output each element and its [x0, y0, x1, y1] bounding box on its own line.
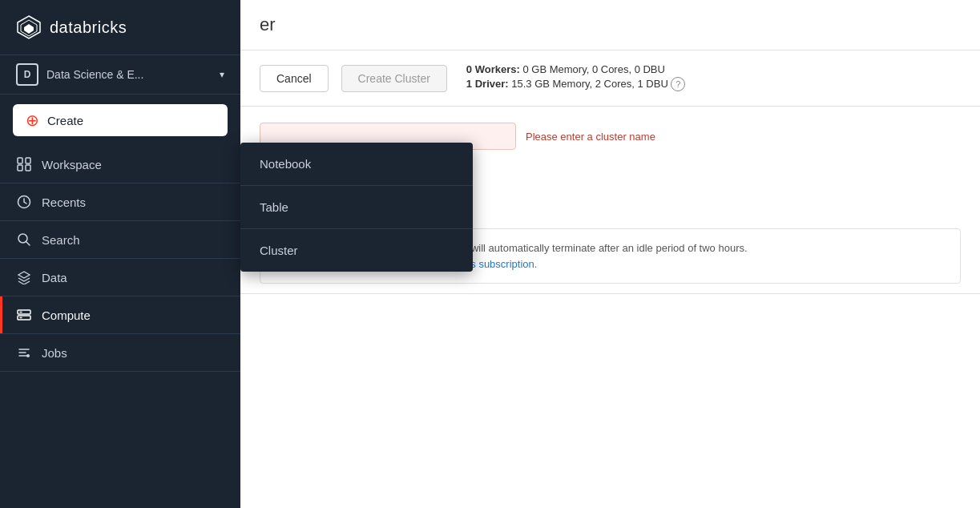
svg-rect-4 [18, 165, 22, 171]
cancel-button[interactable]: Cancel [260, 65, 329, 92]
section-divider [240, 293, 980, 294]
sidebar-item-compute[interactable]: Compute [0, 296, 240, 334]
app-logo-text: databricks [50, 18, 127, 37]
sidebar-item-workspace-label: Workspace [42, 158, 102, 171]
svg-marker-2 [24, 24, 34, 34]
svg-line-9 [26, 242, 30, 246]
create-plus-icon: ⊕ [26, 112, 39, 128]
svg-rect-3 [18, 158, 22, 163]
svg-marker-10 [18, 272, 30, 278]
sidebar-logo: databricks [0, 0, 240, 54]
create-cluster-button[interactable]: Create Cluster [341, 65, 447, 92]
compute-icon [16, 307, 32, 323]
dropdown-item-table[interactable]: Table [240, 186, 473, 229]
jobs-icon [16, 345, 32, 361]
create-button-label: Create [47, 114, 83, 127]
sidebar-item-workspace[interactable]: Workspace [0, 146, 240, 183]
driver-help-icon[interactable]: ? [671, 77, 685, 91]
dropdown-item-cluster[interactable]: Cluster [240, 229, 473, 272]
nav-items: Workspace Recents Search [0, 146, 240, 508]
svg-point-18 [26, 354, 30, 357]
cluster-header: Cancel Create Cluster 0 Workers: 0 GB Me… [240, 50, 980, 107]
sidebar-item-data-label: Data [42, 271, 67, 284]
sidebar-item-search[interactable]: Search [0, 221, 240, 259]
databricks-logo-icon [16, 14, 42, 40]
cluster-specs: 0 Workers: 0 GB Memory, 0 Cores, 0 DBU 1… [466, 63, 686, 93]
search-icon [16, 232, 32, 248]
svg-rect-6 [26, 165, 30, 171]
workspace-selector[interactable]: D Data Science & E... ▾ [0, 54, 240, 95]
create-dropdown-menu: Notebook Table Cluster [240, 143, 473, 272]
sidebar-item-jobs[interactable]: Jobs [0, 334, 240, 372]
sidebar-item-data[interactable]: Data [0, 259, 240, 296]
workspace-selector-icon: D [16, 63, 38, 86]
sidebar-item-search-label: Search [42, 233, 80, 247]
create-button[interactable]: ⊕ Create [13, 104, 228, 136]
sidebar-item-jobs-label: Jobs [42, 346, 67, 360]
svg-rect-5 [26, 158, 30, 163]
cluster-name-error: Please enter a cluster name [526, 131, 655, 143]
driver-info: 1 Driver: 15.3 GB Memory, 2 Cores, 1 DBU… [466, 77, 686, 91]
sidebar: databricks D Data Science & E... ▾ ⊕ Cre… [0, 0, 240, 508]
workers-info: 0 Workers: 0 GB Memory, 0 Cores, 0 DBU [466, 63, 686, 75]
data-icon [16, 269, 32, 285]
workspace-selector-label: Data Science & E... [46, 68, 212, 81]
workspace-icon [16, 156, 32, 172]
recents-icon [16, 194, 32, 210]
sidebar-item-recents-label: Recents [42, 196, 86, 209]
sidebar-item-recents[interactable]: Recents [0, 183, 240, 221]
page-title: er [240, 0, 980, 50]
workspace-selector-chevron: ▾ [220, 69, 224, 80]
sidebar-item-compute-label: Compute [42, 308, 91, 322]
dropdown-item-notebook[interactable]: Notebook [240, 143, 473, 186]
